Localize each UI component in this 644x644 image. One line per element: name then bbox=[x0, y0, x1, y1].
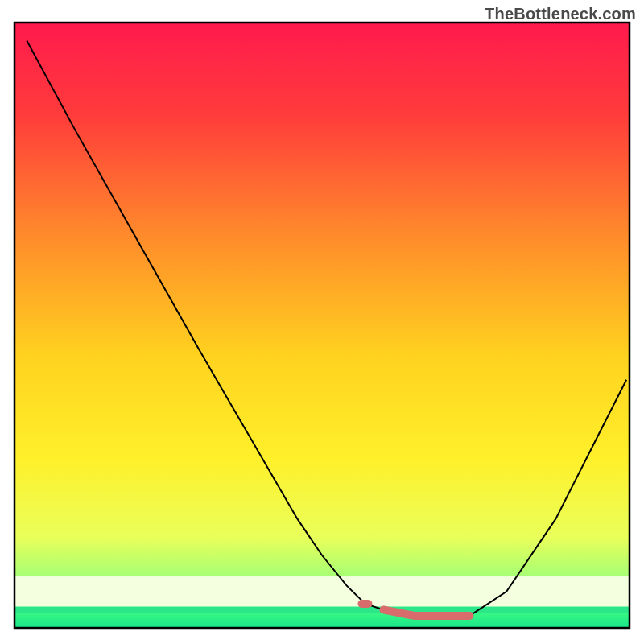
bottleneck-chart: TheBottleneck.com bbox=[0, 0, 644, 644]
watermark-text: TheBottleneck.com bbox=[485, 5, 636, 23]
plot-background bbox=[14, 23, 630, 628]
bottom-band-pale bbox=[14, 576, 630, 607]
bottom-band-green bbox=[14, 607, 630, 613]
chart-svg bbox=[0, 0, 644, 644]
